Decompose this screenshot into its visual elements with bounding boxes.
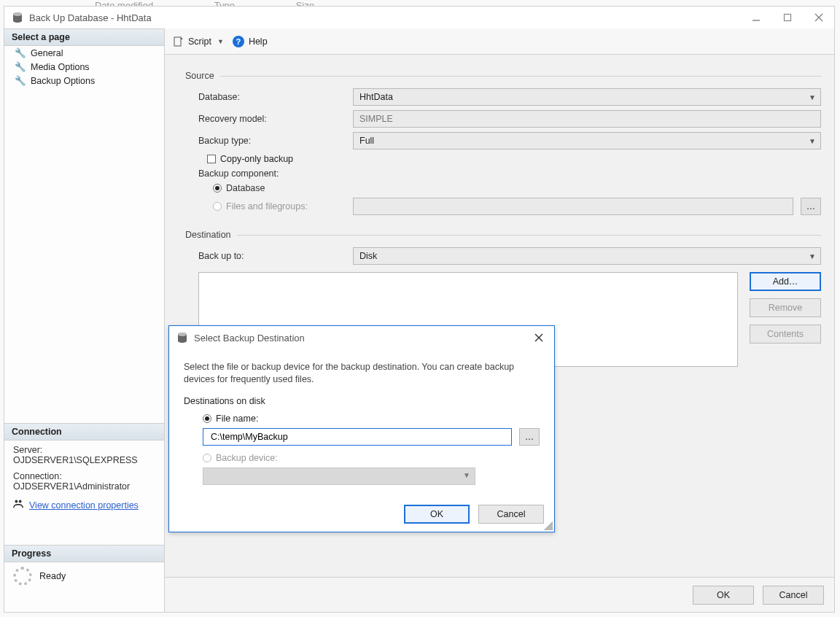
subdialog-title-bar[interactable]: Select Backup Destination [169, 326, 554, 349]
sidebar: Select a page 🔧 General 🔧 Media Options … [4, 28, 165, 612]
checkbox-icon [207, 155, 216, 163]
svg-rect-8 [174, 37, 181, 46]
connection-value: OJDSERVER1\Administrator [13, 481, 155, 492]
add-destination-button[interactable]: Add… [750, 272, 821, 291]
sidebar-select-page-header: Select a page [4, 28, 164, 46]
chevron-down-icon: ▼ [809, 252, 816, 260]
svg-point-7 [19, 500, 22, 503]
destination-group-header: Destination [185, 230, 821, 240]
destinations-on-disk-label: Destinations on disk [184, 396, 540, 406]
help-icon: ? [233, 36, 244, 47]
backup-type-select[interactable]: Full ▼ [353, 132, 821, 150]
wrench-icon: 🔧 [15, 75, 26, 86]
file-name-input[interactable] [203, 428, 512, 446]
progress-spinner-icon [13, 567, 32, 586]
sidebar-page-backup-options[interactable]: 🔧 Backup Options [4, 74, 164, 88]
view-connection-properties-link[interactable]: View connection properties [29, 500, 139, 511]
script-button[interactable]: Script ▼ [174, 36, 224, 47]
back-up-to-label: Back up to: [185, 251, 353, 261]
subdialog-title: Select Backup Destination [194, 333, 305, 344]
database-icon [176, 332, 188, 344]
database-label: Database: [185, 92, 353, 102]
sidebar-page-media-options[interactable]: 🔧 Media Options [4, 60, 164, 74]
server-label: Server: [13, 445, 155, 455]
chevron-down-icon: ▼ [809, 137, 816, 145]
component-files-radio: Files and filegroups: [213, 201, 353, 212]
file-name-radio[interactable]: File name: [203, 414, 540, 424]
subdialog-description: Select the file or backup device for the… [184, 361, 540, 386]
backup-type-label: Backup type: [185, 136, 353, 146]
minimize-button[interactable] [740, 7, 771, 28]
svg-point-1 [13, 12, 22, 16]
subdialog-close-button[interactable] [523, 327, 554, 348]
contents-button: Contents [750, 325, 821, 344]
wrench-icon: 🔧 [15, 47, 26, 58]
backup-device-select: ▼ [203, 467, 475, 485]
remove-destination-button: Remove [750, 298, 821, 317]
sidebar-page-general[interactable]: 🔧 General [4, 46, 164, 60]
connection-label: Connection: [13, 471, 155, 481]
subdialog-cancel-button[interactable]: Cancel [478, 505, 544, 524]
backup-component-label: Backup component: [185, 168, 353, 179]
chevron-down-icon: ▼ [217, 38, 224, 45]
component-database-radio[interactable]: Database [213, 183, 353, 193]
connection-info: Server: OJDSERVER1\SQLEXPRESS Connection… [4, 441, 164, 516]
resize-grip-icon[interactable] [544, 521, 553, 530]
sidebar-connection-header: Connection [4, 423, 164, 441]
svg-point-10 [178, 333, 187, 336]
back-up-to-select[interactable]: Disk ▼ [353, 247, 821, 265]
toolbar: Script ▼ ? Help [165, 28, 834, 55]
ok-button[interactable]: OK [693, 586, 754, 605]
help-button[interactable]: ? Help [233, 36, 268, 47]
browse-file-button[interactable]: … [519, 428, 540, 446]
window-title: Back Up Database - HhtData [29, 12, 152, 23]
wrench-icon: 🔧 [15, 61, 26, 72]
files-and-filegroups-browse-button: … [801, 198, 821, 215]
cancel-button[interactable]: Cancel [763, 586, 824, 605]
script-icon [174, 36, 184, 47]
backup-device-radio: Backup device: [203, 453, 540, 463]
maximize-button[interactable] [771, 7, 803, 28]
sidebar-progress-header: Progress [4, 545, 164, 562]
database-select[interactable]: HhtData ▼ [353, 88, 821, 106]
source-group-header: Source [185, 71, 821, 81]
subdialog-ok-button[interactable]: OK [404, 505, 470, 524]
recovery-model-label: Recovery model: [185, 114, 353, 124]
copy-only-backup-checkbox[interactable]: Copy-only backup [207, 154, 293, 164]
files-and-filegroups-textbox [353, 198, 793, 215]
recovery-model-value: SIMPLE [353, 110, 821, 128]
title-bar[interactable]: Back Up Database - HhtData [4, 7, 834, 28]
connection-icon [13, 499, 23, 511]
progress-status: Ready [39, 571, 66, 581]
chevron-down-icon: ▼ [463, 471, 470, 479]
select-backup-destination-dialog: Select Backup Destination Select the fil… [168, 325, 555, 532]
close-button[interactable] [803, 7, 834, 28]
server-value: OJDSERVER1\SQLEXPRESS [13, 455, 155, 465]
svg-point-6 [15, 500, 18, 503]
dialog-button-bar: OK Cancel [165, 577, 834, 612]
subdialog-button-bar: OK Cancel [169, 497, 554, 532]
chevron-down-icon: ▼ [809, 93, 816, 101]
svg-rect-3 [784, 15, 790, 21]
database-icon [12, 12, 23, 23]
progress-status-row: Ready [4, 562, 164, 590]
